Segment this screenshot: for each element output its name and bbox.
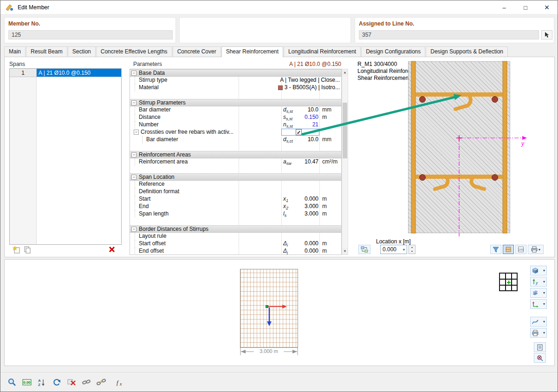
param-value[interactable]: 21 (281, 121, 318, 128)
edit-member-dialog: Edit Member – □ × Member No. 125 Assigne… (0, 0, 558, 392)
param-row-distance[interactable]: Distancess,st0.150m (130, 114, 341, 121)
chevron-down-icon: ▾ (543, 320, 545, 324)
collapse-icon[interactable]: − (134, 130, 139, 135)
tab-longitudinal-reinforcement[interactable]: Longitudinal Reinforcement (284, 46, 361, 57)
section-border-distances[interactable]: −Border Distances of Stirrups (130, 225, 341, 233)
spin-up-icon[interactable]: ▴ (409, 245, 415, 249)
report-button[interactable] (534, 342, 546, 352)
section-reinforcement-areas[interactable]: −Reinforcement Areas (130, 151, 341, 158)
scrollbar-thumb[interactable] (343, 103, 347, 158)
unlink-button[interactable] (95, 376, 107, 388)
spacer-row (130, 166, 341, 173)
chevron-down-icon: ▾ (539, 248, 540, 252)
member-no-field[interactable]: 125 (8, 30, 173, 39)
assigned-line-field[interactable]: 357 (359, 30, 539, 39)
param-value[interactable]: 3 - B500S(A) | Isotro... (239, 84, 340, 91)
param-row-layout-rule[interactable]: Layout ruleStart equals End (130, 233, 341, 240)
scroll-down-icon[interactable]: ▼ (342, 248, 348, 255)
tab-design-supports-deflection[interactable]: Design Supports & Deflection (426, 46, 508, 57)
location-combobox[interactable]: 0.000 ▾ (380, 245, 407, 254)
tab-concrete-effective-lengths[interactable]: Concrete Effective Lengths (96, 46, 172, 57)
crossties-checkbox-cell[interactable]: ✓ (281, 129, 319, 136)
numbering-button[interactable]: 199 (515, 245, 526, 254)
close-button[interactable]: × (536, 0, 558, 14)
decimals-button[interactable]: 0.00 (21, 376, 33, 388)
tab-section[interactable]: Section (68, 46, 96, 57)
span-row-selected[interactable]: 1 A | 21 Ø10.0 @0.150 (10, 69, 121, 77)
sync-views-button[interactable] (358, 245, 370, 254)
scroll-up-icon[interactable]: ▲ (342, 69, 348, 76)
sort-button[interactable]: AZ (36, 376, 48, 388)
span-row-label[interactable]: A | 21 Ø10.0 @0.150 (37, 69, 121, 77)
section-span-location[interactable]: −Span Location (130, 173, 341, 181)
clear-zoom-button[interactable] (534, 353, 546, 363)
checkbox-icon[interactable]: ✓ (296, 129, 302, 135)
copy-span-button[interactable] (22, 245, 32, 255)
param-value[interactable]: 3.000 (281, 203, 318, 210)
param-row-stirrup-type[interactable]: Stirrup typeA | Two legged | Close... (130, 77, 341, 84)
tab-concrete-cover[interactable]: Concrete Cover (173, 46, 221, 57)
select-line-button[interactable] (541, 30, 552, 39)
collapse-icon[interactable]: − (131, 100, 136, 105)
spin-down-icon[interactable]: ▾ (409, 249, 415, 254)
print-button[interactable]: ▾ (528, 245, 544, 254)
section-display-toggle[interactable] (503, 245, 514, 254)
curve-display-button[interactable]: ▾ (530, 317, 547, 327)
delete-span-button[interactable] (107, 245, 117, 254)
param-row-start[interactable]: Startx10.000m (130, 196, 341, 203)
parameters-scrollbar[interactable]: ▲ ▼ (342, 69, 348, 255)
param-row-definition-format[interactable]: Definition formatAbsolute (130, 188, 341, 196)
tab-main[interactable]: Main (4, 46, 26, 57)
minimize-button[interactable]: – (493, 0, 515, 14)
function-button[interactable]: fx (114, 376, 126, 388)
param-value[interactable]: 10.0 (281, 136, 318, 143)
collapse-icon[interactable]: − (131, 227, 136, 232)
param-row-bar-diameter[interactable]: Bar diameterds,st10.0mm (130, 106, 341, 114)
parameters-title: Parameters (133, 61, 162, 67)
view-plane-button[interactable]: ▾ (530, 288, 547, 298)
tree-line (142, 136, 143, 144)
collapse-icon[interactable]: − (131, 152, 136, 157)
param-row-reinforcement-area[interactable]: Reinforcement areaasw10.47cm²/m (130, 158, 341, 166)
tab-shear-reinforcement[interactable]: Shear Reinforcement (221, 46, 283, 57)
param-value[interactable]: 0.000 (281, 248, 318, 255)
delete-results-icon (67, 378, 76, 387)
param-row-span-length[interactable]: Span lengthls3.000m (130, 210, 341, 218)
find-button[interactable] (6, 376, 18, 388)
view-axes-button[interactable]: ▾ (530, 299, 547, 309)
section-stirrup-parameters[interactable]: −Stirrup Parameters (130, 99, 341, 106)
new-span-button[interactable] (11, 245, 21, 255)
tree-line (135, 203, 135, 210)
param-row-crossties[interactable]: −Crossties over free rebars with activ..… (130, 129, 341, 136)
param-row-reference[interactable]: ReferenceStart (130, 181, 341, 188)
view-minus-y-icon: y (532, 279, 539, 285)
param-value[interactable]: 0.000 (281, 196, 318, 203)
param-row-number[interactable]: Numberns,st21 (130, 121, 341, 129)
param-value[interactable]: 0.000 (281, 240, 318, 247)
param-value[interactable]: 0.150 (281, 114, 318, 121)
view-isometric-button[interactable]: ▾ (530, 266, 547, 275)
param-value[interactable]: 10.0 (281, 106, 318, 113)
link-button[interactable] (80, 376, 92, 388)
param-row-crosstie-bar-diameter[interactable]: Bar diameterds,ct10.0mm (130, 136, 341, 144)
param-row-end-offset[interactable]: End offsetΔj0.000m (130, 248, 341, 255)
collapse-icon[interactable]: − (131, 175, 136, 180)
param-value[interactable]: A | Two legged | Close... (239, 77, 340, 84)
window-title: Edit Member (18, 4, 49, 11)
print-view-button[interactable]: ▾ (530, 328, 547, 338)
refresh-button[interactable] (51, 376, 63, 388)
param-row-material[interactable]: Material3 - B500S(A) | Isotro... (130, 84, 341, 91)
tab-design-configurations[interactable]: Design Configurations (361, 46, 425, 57)
section-base-data[interactable]: −Base Data (130, 69, 341, 77)
filter-button[interactable] (490, 245, 501, 254)
tree-line (135, 181, 135, 188)
tab-result-beam[interactable]: Result Beam (26, 46, 67, 57)
view-direction-button[interactable]: y ▾ (530, 277, 547, 287)
location-spinner[interactable]: ▴ ▾ (409, 245, 415, 254)
collapse-icon[interactable]: − (131, 71, 136, 76)
delete-results-button[interactable] (65, 376, 78, 388)
param-row-end[interactable]: Endx23.000m (130, 203, 341, 210)
maximize-button[interactable]: □ (515, 0, 536, 14)
viewport-grid-icon[interactable] (499, 273, 518, 291)
param-row-start-offset[interactable]: Start offsetΔi0.000m (130, 240, 341, 248)
